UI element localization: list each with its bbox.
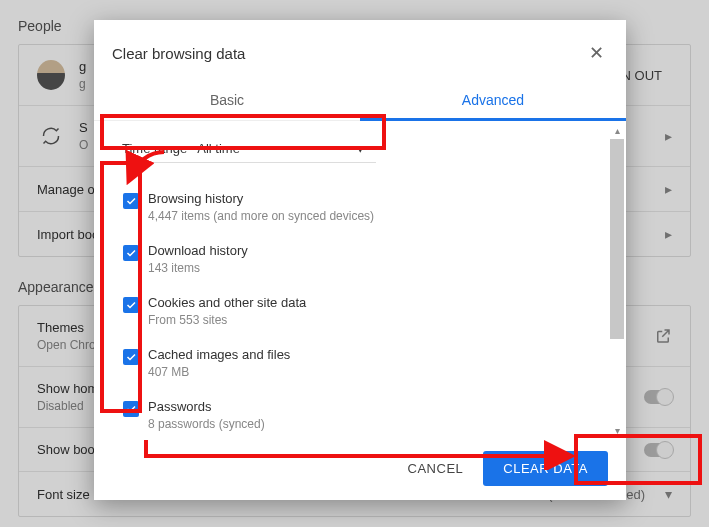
time-range-select[interactable]: Time range All time ▾ [114, 135, 376, 163]
item-subtitle: From 553 sites [148, 313, 592, 327]
clear-data-item[interactable]: Browsing history4,447 items (and more on… [110, 181, 596, 233]
close-icon[interactable]: ✕ [585, 38, 608, 68]
tab-advanced[interactable]: Advanced [360, 82, 626, 121]
cancel-button[interactable]: CANCEL [394, 451, 478, 486]
clear-browsing-data-dialog: Clear browsing data ✕ Basic Advanced Tim… [94, 20, 626, 500]
checkbox[interactable] [123, 297, 139, 313]
checkbox[interactable] [123, 349, 139, 365]
item-title: Cookies and other site data [148, 295, 592, 310]
item-title: Download history [148, 243, 592, 258]
checkbox[interactable] [123, 245, 139, 261]
clear-data-item[interactable]: Cookies and other site dataFrom 553 site… [110, 285, 596, 337]
time-range-label: Time range [122, 141, 187, 156]
chevron-down-icon: ▾ [357, 141, 364, 156]
scrollbar-up-icon[interactable]: ▴ [610, 123, 624, 137]
item-title: Cached images and files [148, 347, 592, 362]
item-subtitle: 8 passwords (synced) [148, 417, 592, 431]
dialog-scroll-area: Time range All time ▾ Browsing history4,… [94, 121, 626, 437]
checkbox[interactable] [123, 193, 139, 209]
item-subtitle: 4,447 items (and more on synced devices) [148, 209, 592, 223]
scrollbar-down-icon[interactable]: ▾ [610, 423, 624, 437]
clear-data-item[interactable]: Download history143 items [110, 233, 596, 285]
clear-data-button[interactable]: CLEAR DATA [483, 451, 608, 486]
item-title: Browsing history [148, 191, 592, 206]
tab-basic[interactable]: Basic [94, 82, 360, 120]
clear-data-item[interactable]: Cached images and files407 MB [110, 337, 596, 389]
item-title: Passwords [148, 399, 592, 414]
checkbox[interactable] [123, 401, 139, 417]
dialog-title: Clear browsing data [112, 45, 585, 62]
item-subtitle: 407 MB [148, 365, 592, 379]
time-range-value: All time [197, 141, 240, 156]
scrollbar-thumb[interactable] [610, 139, 624, 339]
dialog-tabs: Basic Advanced [94, 82, 626, 121]
item-subtitle: 143 items [148, 261, 592, 275]
dialog-actions: CANCEL CLEAR DATA [94, 437, 626, 500]
clear-data-item[interactable]: Passwords8 passwords (synced) [110, 389, 596, 437]
